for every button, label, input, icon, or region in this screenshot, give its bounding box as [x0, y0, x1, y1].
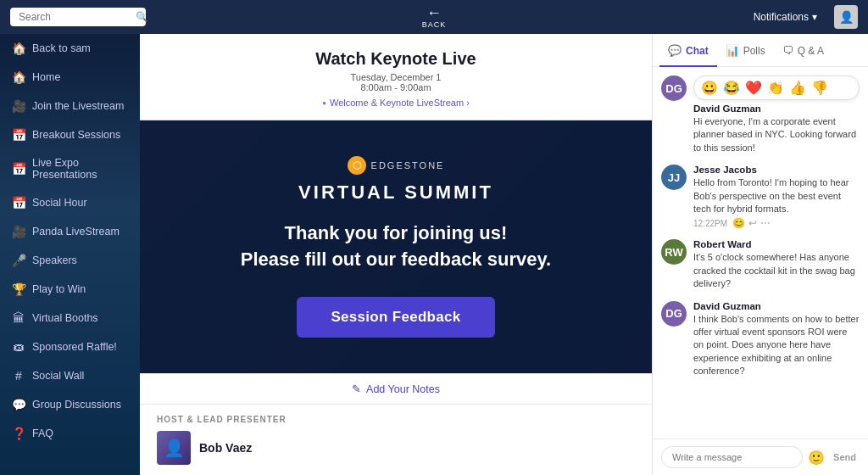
chat-action-icon[interactable]: 😊	[732, 217, 745, 229]
event-stream-link[interactable]: Welcome & Keynote LiveStream ›	[157, 98, 635, 108]
chat-sender-name: David Guzman	[693, 301, 860, 311]
sidebar-item-speakers[interactable]: 🎤Speakers	[0, 246, 140, 275]
chat-tab-chat[interactable]: 💬Chat	[659, 34, 717, 67]
join-livestream-icon: 🎥	[12, 99, 25, 113]
panda-livestream-label: Panda LiveStream	[32, 226, 120, 238]
search-input[interactable]	[10, 8, 146, 26]
chat-tab-polls[interactable]: 📊Polls	[717, 34, 774, 67]
home-icon: 🏠	[12, 70, 25, 84]
sidebar: 🏠Back to sam🏠Home🎥Join the Livestream📅Br…	[0, 34, 140, 475]
chat-sender-name: David Guzman	[693, 103, 860, 114]
chat-tab-label: Chat	[686, 45, 709, 57]
sidebar-item-live-expo[interactable]: 📅Live Expo Presentations	[0, 149, 140, 188]
summit-title: VIRTUAL SUMMIT	[241, 182, 551, 204]
sidebar-item-faq[interactable]: ❓FAQ	[0, 419, 140, 448]
event-header: Watch Keynote Live Tuesday, December 1 8…	[140, 34, 652, 120]
polls-tab-label: Polls	[743, 45, 765, 57]
sidebar-item-breakout-sessions[interactable]: 📅Breakout Sessions	[0, 120, 140, 149]
chat-message-body: David GuzmanI think Bob's comments on ho…	[693, 301, 860, 378]
sidebar-item-back-to-sam[interactable]: 🏠Back to sam	[0, 34, 140, 63]
chat-tabs: 💬Chat📊Polls🗨Q & A	[653, 34, 868, 67]
back-to-sam-label: Back to sam	[32, 42, 91, 54]
chat-message-input[interactable]	[661, 446, 803, 468]
emoji-button[interactable]: 🙂	[808, 450, 825, 466]
session-feedback-button[interactable]: Session Feedback	[297, 297, 494, 338]
polls-tab-icon: 📊	[726, 44, 739, 57]
brand-logo-icon: ⬡	[348, 156, 366, 175]
qa-tab-label: Q & A	[798, 45, 824, 57]
back-button[interactable]: ← BACK	[422, 5, 447, 29]
play-to-win-label: Play to Win	[32, 283, 86, 295]
group-discussions-icon: 💬	[12, 398, 25, 411]
topbar: 🔍 ← BACK Notifications ▾ 👤	[0, 0, 868, 34]
chat-message: DGDavid GuzmanI think Bob's comments on …	[661, 301, 860, 378]
panda-livestream-icon: 🎥	[12, 225, 25, 238]
chat-message-body: Jesse JacobsHello from Toronto! I'm hopi…	[693, 165, 860, 229]
virtual-booths-label: Virtual Booths	[32, 312, 98, 324]
emoji-option[interactable]: ❤️	[745, 80, 762, 96]
home-label: Home	[32, 71, 60, 83]
user-avatar[interactable]: 👤	[834, 5, 858, 29]
sidebar-item-virtual-booths[interactable]: 🏛Virtual Booths	[0, 304, 140, 332]
chat-input-area: 🙂 Send	[653, 439, 868, 475]
join-livestream-label: Join the Livestream	[32, 100, 124, 112]
emoji-reaction-bar[interactable]: 😀😂❤️👏👍👎	[693, 75, 860, 100]
video-overlay: ⬡ EDGESTONE VIRTUAL SUMMIT Thank you for…	[241, 156, 551, 338]
chat-message: DG😀😂❤️👏👍👎David GuzmanHi everyone, I'm a …	[661, 75, 860, 154]
chat-action-icon[interactable]: ↩	[748, 217, 757, 229]
sponsored-raffle-label: Sponsored Raffle!	[32, 341, 117, 353]
host-name: Bob Vaez	[199, 441, 252, 455]
emoji-option[interactable]: 😀	[701, 80, 718, 96]
chat-message-text: Hi everyone, I'm a corporate event plann…	[693, 115, 860, 154]
social-wall-icon: #	[12, 369, 25, 383]
live-expo-label: Live Expo Presentations	[32, 157, 128, 181]
emoji-option[interactable]: 👏	[767, 80, 784, 96]
back-to-sam-icon: 🏠	[12, 42, 25, 55]
chat-avatar: JJ	[661, 165, 687, 190]
social-hour-icon: 📅	[12, 196, 25, 210]
chat-message-text: Hello from Toronto! I'm hoping to hear B…	[693, 176, 860, 215]
sidebar-item-group-discussions[interactable]: 💬Group Discussions	[0, 390, 140, 419]
add-notes-bar[interactable]: ✎ Add Your Notes	[140, 373, 652, 405]
chat-message-meta: 12:22PM😊↩⋯	[693, 217, 860, 229]
emoji-option[interactable]: 👎	[811, 80, 828, 96]
emoji-option[interactable]: 👍	[789, 80, 806, 96]
chat-avatar: DG	[661, 301, 687, 327]
brand-logo: ⬡ EDGESTONE	[241, 156, 551, 175]
sidebar-item-sponsored-raffle[interactable]: 🎟Sponsored Raffle!	[0, 332, 140, 361]
faq-icon: ❓	[12, 427, 25, 440]
sidebar-item-home[interactable]: 🏠Home	[0, 63, 140, 92]
chat-message-body: 😀😂❤️👏👍👎David GuzmanHi everyone, I'm a co…	[693, 75, 860, 154]
chat-message: RWRobert WardIt's 5 o'clock somewhere! H…	[661, 239, 860, 290]
chat-action-icon[interactable]: ⋯	[760, 217, 771, 229]
search-icon: 🔍	[136, 11, 148, 23]
brand-name: EDGESTONE	[371, 160, 445, 170]
faq-label: FAQ	[32, 428, 53, 439]
chat-message-text: I think Bob's comments on how to better …	[693, 313, 860, 378]
virtual-booths-icon: 🏛	[12, 311, 25, 325]
back-arrow-icon: ←	[426, 5, 442, 20]
chat-panel: 💬Chat📊Polls🗨Q & A DG😀😂❤️👏👍👎David GuzmanH…	[652, 34, 868, 475]
sidebar-item-play-to-win[interactable]: 🏆Play to Win	[0, 275, 140, 304]
chat-sender-name: Jesse Jacobs	[693, 165, 860, 175]
event-date: Tuesday, December 1 8:00am - 9:00am	[157, 72, 635, 92]
video-section: ⬡ EDGESTONE VIRTUAL SUMMIT Thank you for…	[140, 120, 652, 373]
chat-tab-qa[interactable]: 🗨Q & A	[774, 34, 832, 67]
emoji-option[interactable]: 😂	[723, 80, 740, 96]
chat-message: JJJesse JacobsHello from Toronto! I'm ho…	[661, 165, 860, 229]
sidebar-item-panda-livestream[interactable]: 🎥Panda LiveStream	[0, 217, 140, 246]
breakout-sessions-label: Breakout Sessions	[32, 129, 120, 141]
sidebar-item-social-hour[interactable]: 📅Social Hour	[0, 188, 140, 217]
qa-tab-icon: 🗨	[782, 44, 793, 57]
sidebar-item-join-livestream[interactable]: 🎥Join the Livestream	[0, 92, 140, 120]
main-layout: 🏠Back to sam🏠Home🎥Join the Livestream📅Br…	[0, 34, 868, 475]
notifications-button[interactable]: Notifications ▾	[754, 11, 817, 23]
host-info: 👤 Bob Vaez	[157, 431, 635, 465]
live-expo-icon: 📅	[12, 162, 25, 176]
sidebar-item-social-wall[interactable]: #Social Wall	[0, 361, 140, 390]
chat-avatar: RW	[661, 239, 687, 265]
chat-send-button[interactable]: Send	[830, 452, 860, 462]
host-section: HOST & LEAD PRESENTER 👤 Bob Vaez	[140, 405, 652, 475]
main-content: Watch Keynote Live Tuesday, December 1 8…	[140, 34, 652, 475]
host-label: HOST & LEAD PRESENTER	[157, 415, 635, 424]
